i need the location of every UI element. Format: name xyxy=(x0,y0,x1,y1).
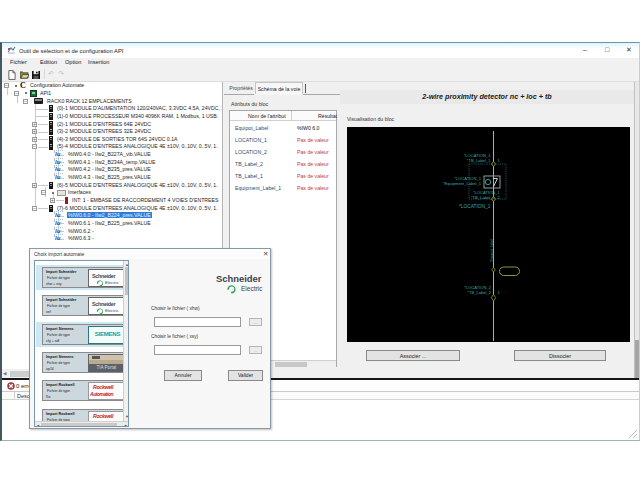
svg-text:*Equipot_Label: *Equipot_Label xyxy=(490,239,494,262)
svg-text:*Equipment_Label_1: *Equipment_Label_1 xyxy=(443,181,482,186)
svg-text:*LOCATION_1: *LOCATION_1 xyxy=(459,204,491,209)
svg-text:*TB_Label_1: *TB_Label_1 xyxy=(471,195,495,200)
svg-text:*TB_Label_1: *TB_Label_1 xyxy=(467,158,491,163)
svg-text:1: 1 xyxy=(498,290,501,295)
svg-text:1: 1 xyxy=(498,158,501,163)
svg-text:*TB_Label_2: *TB_Label_2 xyxy=(467,290,491,295)
